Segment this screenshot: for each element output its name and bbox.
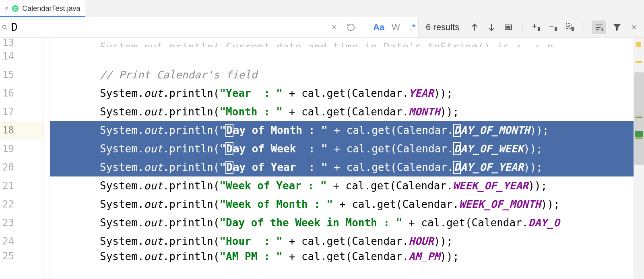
line-number-gutter: 13141516171819202122232425 — [0, 38, 43, 279]
line-number: 16 — [0, 84, 43, 103]
find-results-panel: 6 results II II II I × — [418, 17, 644, 37]
remove-selection-icon[interactable]: II — [547, 22, 559, 33]
code-line[interactable]: System.out.println("Month : " + cal.get(… — [50, 103, 644, 121]
search-input[interactable] — [11, 21, 229, 33]
clear-search-icon[interactable]: × — [328, 22, 340, 33]
svg-text:I: I — [602, 28, 603, 31]
line-number: 21 — [0, 176, 43, 195]
add-selection-icon[interactable]: II — [530, 22, 542, 33]
svg-point-2 — [3, 25, 6, 29]
filter-icon[interactable] — [611, 22, 623, 33]
match-case-toggle[interactable]: Aa — [373, 22, 384, 33]
code-line[interactable]: System.out.println("AM PM : " + cal.get(… — [50, 250, 644, 262]
svg-rect-7 — [507, 27, 510, 28]
line-number: 14 — [0, 47, 43, 66]
warning-marker-icon[interactable] — [636, 42, 641, 47]
divider — [522, 21, 522, 34]
java-class-icon: C — [12, 5, 19, 12]
line-number: 23 — [0, 213, 43, 232]
code-line[interactable]: System.out.println("Week of Year : " + c… — [50, 176, 644, 195]
code-content[interactable]: System.out.println( Current date and tim… — [50, 38, 644, 279]
line-number: 17 — [0, 103, 43, 121]
code-line[interactable]: System.out.println("Year : " + cal.get(C… — [50, 84, 644, 103]
file-tab[interactable]: × C CalendarTest.java — [0, 0, 85, 17]
code-line[interactable] — [50, 47, 644, 66]
code-line[interactable]: System.out.println("Hour : " + cal.get(C… — [50, 232, 644, 250]
line-number: 15 — [0, 66, 43, 84]
search-history-icon[interactable] — [345, 22, 357, 33]
find-bar: × Aa W .* 6 results II II II I — [0, 17, 644, 38]
divider — [365, 21, 365, 34]
whole-words-toggle[interactable]: W — [390, 22, 401, 33]
line-number: 25 — [0, 250, 43, 262]
line-number: 13 — [0, 38, 43, 47]
search-dropdown-icon[interactable] — [2, 24, 8, 31]
close-tab-icon[interactable]: × — [5, 5, 8, 12]
code-line[interactable]: System.out.println("Day of Week : " + ca… — [50, 140, 644, 158]
next-match-icon[interactable] — [486, 22, 497, 33]
select-all-icon[interactable]: II — [564, 22, 576, 33]
vertical-scrollbar[interactable] — [634, 72, 644, 165]
code-line[interactable]: // Print Calendar's field — [50, 66, 644, 84]
previous-match-icon[interactable] — [469, 22, 480, 33]
line-number: 22 — [0, 195, 43, 213]
warning-marker[interactable] — [636, 61, 642, 63]
svg-line-3 — [6, 28, 7, 29]
line-number: 20 — [0, 158, 43, 176]
tab-title: CalendarTest.java — [22, 4, 80, 13]
code-line[interactable]: System.out.println( Current date and tim… — [50, 38, 644, 47]
filter-search-icon[interactable]: I — [592, 21, 606, 34]
select-all-occurrences-icon[interactable] — [503, 22, 514, 33]
divider — [584, 21, 584, 34]
line-number: 24 — [0, 232, 43, 250]
line-number: 19 — [0, 140, 43, 158]
code-line[interactable]: System.out.println("Day of the Week in M… — [50, 213, 644, 232]
svg-text:C: C — [14, 6, 17, 11]
svg-text:II: II — [555, 27, 557, 31]
code-line[interactable]: System.out.println("Day of Year : " + ca… — [50, 158, 644, 176]
results-count: 6 results — [426, 22, 459, 33]
code-line[interactable]: System.out.println("Day of Month : " + c… — [50, 121, 644, 140]
line-number: 18 — [0, 121, 43, 140]
editor-tab-bar: × C CalendarTest.java — [0, 0, 644, 17]
svg-text:II: II — [538, 27, 540, 31]
close-find-bar-icon[interactable]: × — [632, 22, 637, 33]
fold-strip — [43, 38, 50, 279]
regex-toggle[interactable]: .* — [407, 22, 418, 33]
svg-text:II: II — [572, 27, 574, 31]
code-editor[interactable]: 13141516171819202122232425 System.out.pr… — [0, 38, 644, 279]
code-line[interactable]: System.out.println("Week of Month : " + … — [50, 195, 644, 213]
